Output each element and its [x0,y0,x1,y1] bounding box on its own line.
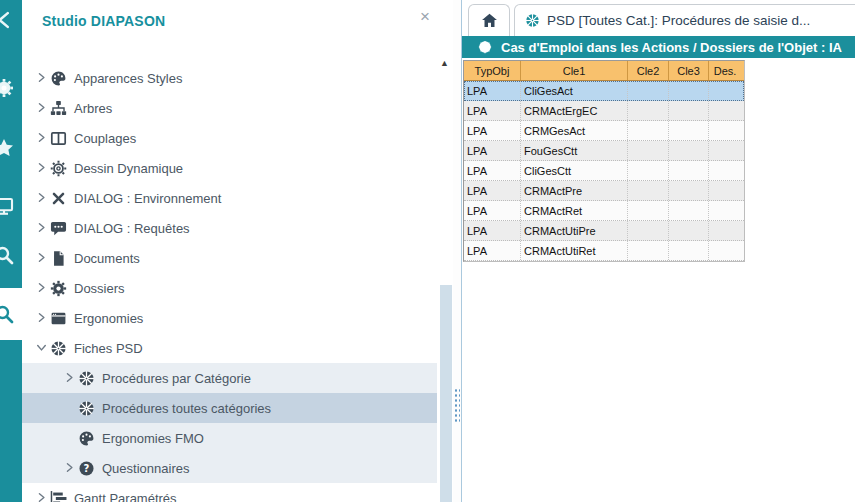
chevron-right-icon[interactable] [60,372,78,384]
sidebar-item-ergonomies-fmo[interactable]: Ergonomies FMO [22,423,437,453]
cell-cle1: CliGesAct [521,81,628,100]
chevron-right-icon[interactable] [60,462,78,474]
collapse-left-icon[interactable] [0,10,14,30]
sidebar-item-label: Arbres [74,101,112,116]
cell-typobj: LPA [464,141,521,160]
cell-cle2 [628,201,669,220]
sidebar-item-label: Procédures toutes catégories [102,401,271,416]
chevron-right-icon[interactable] [32,252,50,264]
cell-cle3 [669,221,709,240]
chevron-right-icon[interactable] [32,312,50,324]
sidebar-item-label: Questionnaires [102,461,189,476]
splitter-grip-icon[interactable] [454,388,460,424]
content-header-title: Cas d'Emploi dans les Actions / Dossiers… [501,40,842,55]
column-header[interactable]: TypObj [464,61,521,80]
monitor-icon[interactable] [0,196,14,216]
sidebar-item-gantt-parametres[interactable]: Gantt Paramétrés [22,483,437,502]
sidebar-item-label: Ergonomies [74,311,143,326]
sidebar-item-apparences-styles[interactable]: Apparences Styles [22,63,437,93]
chevron-right-icon[interactable] [32,72,50,84]
table-row[interactable]: LPA CRMActPre [464,181,744,201]
chevron-right-icon[interactable] [32,492,50,502]
cell-cle1: CRMActUtiRet [521,241,628,260]
sidebar-item-label: Documents [74,251,140,266]
sidebar-item-fiches-psd[interactable]: Fiches PSD [22,333,437,363]
table-row[interactable]: LPA CRMActUtiRet [464,241,744,261]
chevron-spacer [60,432,78,444]
table-row[interactable]: LPA FouGesCtt [464,141,744,161]
table-row[interactable]: LPA CRMActErgEC [464,101,744,121]
cell-cle3 [669,201,709,220]
sidebar-item-dialog-environnement[interactable]: DIALOG : Environnement [22,183,437,213]
gear-icon [50,280,67,297]
sidebar-item-arbres[interactable]: Arbres [22,93,437,123]
sidebar-item-dessin-dynamique[interactable]: Dessin Dynamique [22,153,437,183]
chevron-right-icon[interactable] [32,132,50,144]
panel-splitter[interactable] [453,0,462,502]
search-icon[interactable] [0,245,14,265]
cell-cle1: CRMActPre [521,181,628,200]
sidebar-item-couplages[interactable]: Couplages [22,123,437,153]
sidebar-item-label: Dessin Dynamique [74,161,183,176]
chevron-right-icon[interactable] [32,222,50,234]
chevron-right-icon[interactable] [32,102,50,114]
chevron-down-icon[interactable] [32,342,50,354]
chevron-right-icon[interactable] [32,162,50,174]
diapason-flower-icon [50,340,67,357]
cell-des [709,201,741,220]
sidebar-item-label: Couplages [74,131,136,146]
scroll-up-arrow-icon[interactable]: ▲ [440,58,449,68]
cell-cle3 [669,181,709,200]
question-icon [78,460,95,477]
chevron-right-icon[interactable] [32,282,50,294]
chevron-spacer [60,402,78,414]
column-header[interactable]: Cle1 [521,61,628,80]
sidebar-item-label: DIALOG : Requêtes [74,221,190,236]
gantt-icon [50,490,67,502]
tab-psd-toutes-categories[interactable]: PSD [Toutes Cat.]: Procédures de saisie … [514,4,855,36]
cell-des [709,161,741,180]
sidebar-item-documents[interactable]: Documents [22,243,437,273]
sidebar-item-label: Dossiers [74,281,125,296]
cell-des [709,181,741,200]
document-icon [50,250,67,267]
cell-cle1: CRMActErgEC [521,101,628,120]
table-row[interactable]: LPA CRMGesAct [464,121,744,141]
cell-cle3 [669,81,709,100]
cell-des [709,221,741,240]
column-header[interactable]: Cle2 [628,61,669,80]
chevron-right-icon[interactable] [32,192,50,204]
sidebar-item-procedures-toutes-categories[interactable]: Procédures toutes catégories [22,393,437,423]
cell-cle2 [628,221,669,240]
sidebar-item-dossiers[interactable]: Dossiers [22,273,437,303]
cell-des [709,141,741,160]
column-header[interactable]: Des. [709,61,741,80]
table-row[interactable]: LPA CRMActUtiPre [464,221,744,241]
diapason-flower-icon [525,13,540,28]
star-icon[interactable] [0,138,14,158]
close-icon[interactable]: × [420,8,430,25]
content-header: Cas d'Emploi dans les Actions / Dossiers… [462,36,855,58]
cell-cle1: FouGesCtt [521,141,628,160]
sidebar-item-dialog-requetes[interactable]: DIALOG : Requêtes [22,213,437,243]
column-header[interactable]: Cle3 [669,61,709,80]
scrollbar-thumb[interactable] [440,285,452,502]
table-row[interactable]: LPA CliGesCtt [464,161,744,181]
sidebar-item-questionnaires[interactable]: Questionnaires [22,453,437,483]
active-toolbar-item[interactable] [0,288,22,340]
sidebar-item-label: Ergonomies FMO [102,431,204,446]
gear-icon[interactable] [0,78,14,98]
cell-cle3 [669,121,709,140]
tab-label: PSD [Toutes Cat.]: Procédures de saisie … [547,13,810,28]
cell-cle1: CRMGesAct [521,121,628,140]
cell-cle1: CliGesCtt [521,161,628,180]
sidebar-item-ergonomies[interactable]: Ergonomies [22,303,437,333]
tab-home[interactable] [468,4,510,36]
table-row[interactable]: LPA CRMActRet [464,201,744,221]
cell-des [709,121,741,140]
cell-cle3 [669,101,709,120]
table-row[interactable]: LPA CliGesAct [464,81,744,101]
cell-typobj: LPA [464,221,521,240]
cell-des [709,81,741,100]
sidebar-item-procedures-par-categorie[interactable]: Procédures par Catégorie [22,363,437,393]
